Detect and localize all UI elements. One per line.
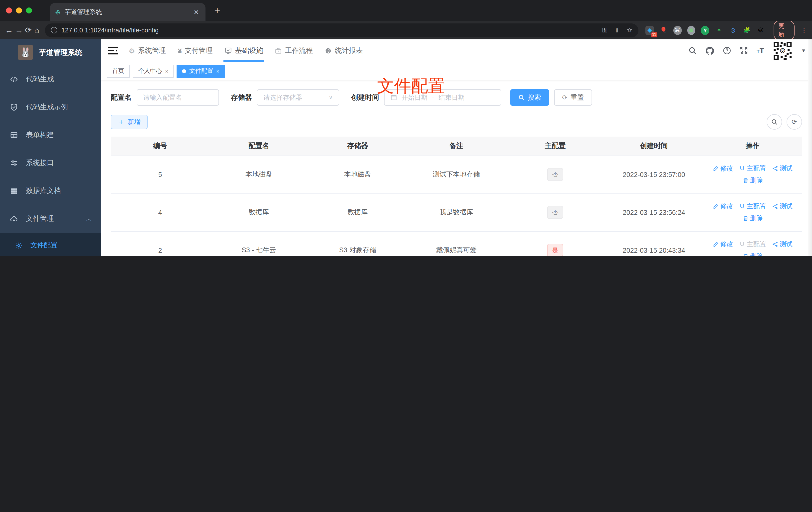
extension-icon[interactable]: ✶ — [715, 26, 723, 35]
avatar[interactable]: 😲 — [773, 41, 792, 61]
active-dot — [182, 69, 186, 73]
font-size-icon[interactable]: TT — [757, 47, 764, 55]
nav-item-label: 系统管理 — [138, 46, 166, 55]
sidebar-item-db-doc[interactable]: 数据库文档 — [0, 177, 101, 205]
delete-action[interactable]: 删除 — [743, 176, 763, 185]
nav-item-infrastructure[interactable]: 基础设施 — [219, 39, 269, 62]
edit-icon — [713, 203, 719, 209]
test-action[interactable]: 测试 — [772, 202, 792, 211]
nav-item-system[interactable]: ⚙ 系统管理 — [123, 39, 172, 62]
browser-toolbar: ← → ⟳ ⌂ i 127.0.0.1:1024/infra/file/file… — [0, 21, 812, 39]
extensions-area: ◆11 🎈 ⌘ Y ✶ ◎ 🧩 😀 更新 ⋮ — [645, 20, 807, 40]
extension-icon[interactable]: ⌘ — [673, 26, 682, 35]
tag-close-icon[interactable]: × — [216, 68, 220, 74]
tag-file-config[interactable]: 文件配置 × — [177, 65, 225, 78]
tab-close-icon[interactable]: ✕ — [192, 8, 201, 16]
select-placeholder: 请选择存储器 — [263, 93, 302, 102]
search-icon[interactable] — [688, 47, 697, 55]
cell-remark: 测试下本地存储 — [407, 155, 506, 193]
browser-tabstrip: ☘ 芋道管理系统 ✕ ＋ — [0, 0, 812, 21]
share-icon[interactable]: ⇧ — [614, 26, 620, 34]
collapse-sidebar-icon[interactable] — [108, 47, 118, 55]
close-window-button[interactable] — [6, 7, 12, 13]
edit-action[interactable]: 修改 — [713, 164, 733, 173]
delete-action[interactable]: 删除 — [743, 214, 763, 223]
profile-avatar-icon[interactable]: 😀 — [757, 26, 765, 35]
refresh-table-button[interactable]: ⟳ — [787, 114, 802, 130]
extension-icon[interactable]: ◆11 — [645, 26, 654, 35]
extension-badge: 11 — [651, 32, 657, 37]
master-config-action[interactable]: 主配置 — [739, 202, 766, 211]
test-action[interactable]: 测试 — [772, 240, 792, 249]
minimize-window-button[interactable] — [16, 7, 22, 13]
browser-menu-icon[interactable]: ⋮ — [801, 27, 807, 34]
fullscreen-icon[interactable] — [740, 47, 748, 55]
scrollbar-track[interactable] — [808, 39, 812, 256]
date-range-picker[interactable]: 开始日期 - 结束日期 — [384, 89, 501, 106]
sidebar-item-form-builder[interactable]: 表单构建 — [0, 121, 101, 149]
zoom-window-button[interactable] — [26, 7, 32, 13]
home-icon[interactable]: ⌂ — [34, 26, 40, 35]
favicon: ☘ — [55, 8, 61, 16]
master-config-action[interactable]: 主配置 — [739, 164, 766, 173]
search-icon — [771, 119, 778, 125]
update-browser-button[interactable]: 更新 — [773, 20, 794, 40]
nav-item-label: 支付管理 — [185, 46, 213, 55]
nav-item-payment[interactable]: ¥ 支付管理 — [172, 39, 219, 62]
filter-time-label: 创建时间 — [351, 93, 379, 102]
sidebar-item-code-gen-demo[interactable]: 代码生成示例 — [0, 93, 101, 121]
share-icon — [772, 203, 778, 209]
sidebar-item-file-management[interactable]: 文件管理 ︿ — [0, 205, 101, 233]
search-button[interactable]: 搜索 — [510, 89, 549, 106]
edit-action[interactable]: 修改 — [713, 202, 733, 211]
extension-icon[interactable]: ◎ — [729, 26, 737, 35]
back-icon[interactable]: ← — [5, 26, 13, 35]
new-tab-button[interactable]: ＋ — [212, 4, 222, 17]
tab-title: 芋道管理系统 — [65, 8, 188, 16]
toggle-search-button[interactable] — [766, 114, 782, 130]
app-logo[interactable]: 🐰 芋道管理系统 — [0, 39, 101, 65]
site-info-icon[interactable]: i — [51, 27, 57, 33]
github-icon[interactable] — [705, 46, 714, 55]
refresh-icon: ⟳ — [562, 94, 568, 101]
add-button[interactable]: ＋ 新增 — [111, 115, 148, 129]
sidebar-item-label: 文件配置 — [30, 241, 57, 250]
config-name-input[interactable]: 请输入配置名 — [137, 89, 219, 106]
forward-icon[interactable]: → — [15, 26, 23, 35]
tag-home[interactable]: 首页 — [107, 65, 130, 78]
yuan-icon: ¥ — [178, 47, 182, 55]
master-tag: 否 — [547, 168, 563, 181]
filter-form: 配置名 请输入配置名 存储器 请选择存储器 ∨ 创建时间 开始日期 — [106, 89, 807, 106]
master-tag: 否 — [547, 206, 563, 219]
edit-action[interactable]: 修改 — [713, 240, 733, 249]
cell-time: 2022-03-15 23:56:24 — [605, 193, 703, 231]
extension-icon[interactable] — [687, 26, 696, 35]
tag-label: 文件配置 — [189, 67, 213, 75]
storage-select[interactable]: 请选择存储器 ∨ — [257, 89, 339, 106]
test-action[interactable]: 测试 — [772, 164, 792, 173]
nav-item-workflow[interactable]: 工作流程 — [269, 39, 319, 62]
reset-button[interactable]: ⟳ 重置 — [554, 89, 592, 106]
sidebar-item-file-config[interactable]: 文件配置 — [0, 233, 101, 256]
help-icon[interactable] — [723, 47, 731, 55]
table-toolbar: ＋ 新增 ⟳ — [106, 114, 807, 130]
sidebar-item-code-gen[interactable]: 代码生成 — [0, 65, 101, 93]
url-text[interactable]: 127.0.0.1:1024/infra/file/file-config — [61, 26, 598, 34]
tag-profile[interactable]: 个人中心 × — [133, 65, 174, 78]
sidebar-item-system-api[interactable]: 系统接口 — [0, 149, 101, 177]
delete-action[interactable]: 删除 — [743, 252, 763, 256]
nav-item-reports[interactable]: 统计报表 — [319, 39, 369, 62]
cloud-download-icon — [10, 215, 18, 223]
address-bar[interactable]: i 127.0.0.1:1024/infra/file/file-config … — [45, 23, 638, 37]
avatar-caret-icon[interactable]: ▼ — [801, 48, 806, 53]
puzzle-extensions-icon[interactable]: 🧩 — [743, 26, 751, 35]
tag-close-icon[interactable]: × — [165, 68, 168, 74]
password-key-icon[interactable]: ⚿ — [602, 26, 607, 34]
browser-tab[interactable]: ☘ 芋道管理系统 ✕ — [50, 3, 205, 21]
end-date-placeholder: 结束日期 — [439, 93, 465, 102]
traffic-lights[interactable] — [6, 0, 32, 21]
extension-icon[interactable]: Y — [701, 26, 709, 35]
reload-icon[interactable]: ⟳ — [25, 25, 32, 35]
extension-icon[interactable]: 🎈 — [659, 26, 668, 35]
bookmark-star-icon[interactable]: ☆ — [627, 26, 633, 34]
